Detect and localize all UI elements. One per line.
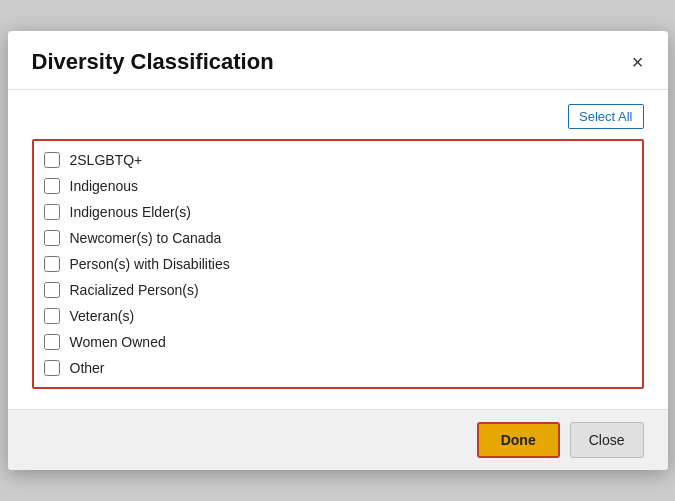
checkbox-item-indigenous_elder[interactable]: Indigenous Elder(s) bbox=[34, 199, 642, 225]
checkbox-indigenous_elder[interactable] bbox=[44, 204, 60, 220]
checkbox-item-racialized[interactable]: Racialized Person(s) bbox=[34, 277, 642, 303]
checkbox-racialized[interactable] bbox=[44, 282, 60, 298]
checkbox-label-newcomer: Newcomer(s) to Canada bbox=[70, 230, 222, 246]
checkbox-label-indigenous: Indigenous bbox=[70, 178, 139, 194]
checkbox-veteran[interactable] bbox=[44, 308, 60, 324]
checkbox-other[interactable] bbox=[44, 360, 60, 376]
checkbox-newcomer[interactable] bbox=[44, 230, 60, 246]
checkbox-indigenous[interactable] bbox=[44, 178, 60, 194]
checkbox-list: 2SLGBTQ+IndigenousIndigenous Elder(s)New… bbox=[32, 139, 644, 389]
checkbox-label-2slgbtq: 2SLGBTQ+ bbox=[70, 152, 143, 168]
checkbox-item-veteran[interactable]: Veteran(s) bbox=[34, 303, 642, 329]
select-all-row: Select All bbox=[32, 104, 644, 129]
checkbox-item-disabilities[interactable]: Person(s) with Disabilities bbox=[34, 251, 642, 277]
checkbox-item-2slgbtq[interactable]: 2SLGBTQ+ bbox=[34, 147, 642, 173]
checkbox-label-indigenous_elder: Indigenous Elder(s) bbox=[70, 204, 191, 220]
checkbox-item-indigenous[interactable]: Indigenous bbox=[34, 173, 642, 199]
checkbox-label-women_owned: Women Owned bbox=[70, 334, 166, 350]
checkbox-2slgbtq[interactable] bbox=[44, 152, 60, 168]
close-icon[interactable]: × bbox=[632, 52, 644, 72]
modal-header: Diversity Classification × bbox=[8, 31, 668, 90]
close-button[interactable]: Close bbox=[570, 422, 644, 458]
checkbox-label-racialized: Racialized Person(s) bbox=[70, 282, 199, 298]
checkbox-women_owned[interactable] bbox=[44, 334, 60, 350]
checkbox-disabilities[interactable] bbox=[44, 256, 60, 272]
checkbox-item-newcomer[interactable]: Newcomer(s) to Canada bbox=[34, 225, 642, 251]
modal-footer: Done Close bbox=[8, 409, 668, 470]
checkbox-item-other[interactable]: Other bbox=[34, 355, 642, 381]
modal-title: Diversity Classification bbox=[32, 49, 274, 75]
checkbox-label-disabilities: Person(s) with Disabilities bbox=[70, 256, 230, 272]
checkbox-label-veteran: Veteran(s) bbox=[70, 308, 135, 324]
select-all-button[interactable]: Select All bbox=[568, 104, 643, 129]
checkbox-label-other: Other bbox=[70, 360, 105, 376]
checkbox-item-women_owned[interactable]: Women Owned bbox=[34, 329, 642, 355]
done-button[interactable]: Done bbox=[477, 422, 560, 458]
diversity-classification-modal: Diversity Classification × Select All 2S… bbox=[8, 31, 668, 470]
modal-body: Select All 2SLGBTQ+IndigenousIndigenous … bbox=[8, 90, 668, 399]
